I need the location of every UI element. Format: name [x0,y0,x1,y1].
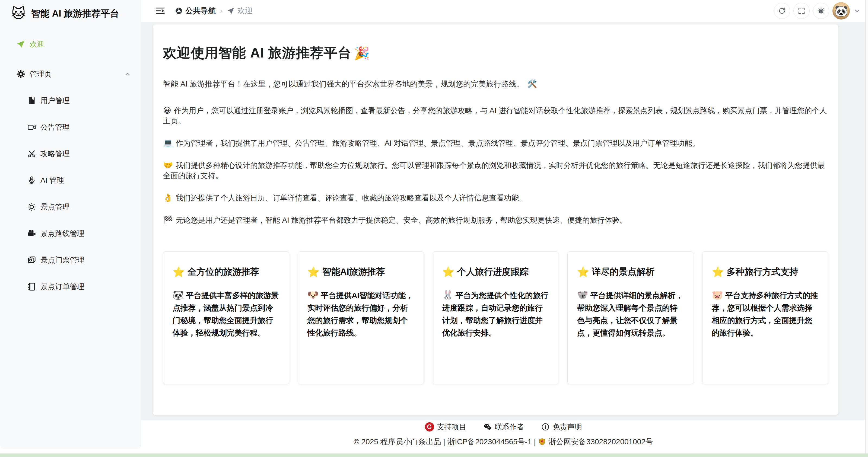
paragraph-text: 我们提供多种精心设计的旅游推荐功能，帮助您全方位规划旅行。您可以管理和跟踪每个景… [163,161,825,180]
paragraph-text: 作为用户，您可以通过注册登录账户，浏览风景轮播图，查看最新公告，分享您的旅游攻略… [163,106,827,125]
star-emoji: ⭐ [577,267,589,277]
paragraph-text: 无论您是用户还是管理者，智能 AI 旅游推荐平台都致力于提供稳定、安全、高效的旅… [176,216,627,224]
lucky-cat-logo-image: 🐱 [11,7,26,20]
video-camera-icon [27,122,37,132]
icp-record-link[interactable]: 浙公网安备33028202001002号 [548,437,653,447]
breadcrumb-separator: › [220,6,222,15]
sidebar-item-label: 欢迎 [30,39,44,49]
sidebar-item-ticket-management[interactable]: 景点门票管理 [0,247,141,273]
panda-avatar-image: 🐼 [834,5,848,18]
sidebar-item-label: 景点路线管理 [40,229,84,238]
star-emoji: ⭐ [173,267,185,277]
fullscreen-button[interactable] [794,3,810,19]
sidebar-item-welcome[interactable]: 欢迎 [0,31,141,58]
breadcrumb-label: 公共导航 [185,6,216,16]
settings-gear-icon [817,7,825,15]
chevron-up-icon [124,70,131,78]
refresh-button[interactable] [774,3,790,19]
sidebar: 🐱 智能 AI 旅游推荐平台 欢迎 [0,0,141,449]
feature-paragraph-summary: 🏁无论您是用户还是管理者，智能 AI 旅游推荐平台都致力于提供稳定、安全、高效的… [163,215,828,225]
star-emoji: ⭐ [307,267,320,277]
hammer-wrench-emoji: 🛠️ [527,79,537,88]
gitee-icon: G [425,422,434,431]
sidebar-item-route-management[interactable]: 景点路线管理 [0,220,141,247]
guide-icon [175,7,183,15]
feature-card-travel-modes: ⭐多种旅行方式支持 🐷平台支持多种旅行方式的推荐，您可以根据个人需求选择相应的旅… [702,252,828,384]
sidebar-item-guide-management[interactable]: 攻略管理 [0,140,141,167]
feature-card-text: 🐰平台为您提供个性化的旅行进度跟踪，自动记录您的旅行计划，帮助您了解旅行进度并优… [442,289,549,339]
sidebar-item-ai-management[interactable]: AI 管理 [0,167,141,194]
sidebar-collapse-icon[interactable] [155,6,165,16]
star-emoji: ⭐ [712,267,724,277]
sidebar-item-label: 用户管理 [40,96,70,105]
notebook-filled-icon [27,95,37,106]
app-logo[interactable]: 🐱 智能 AI 旅游推荐平台 [0,0,141,24]
feature-card-title: ⭐智能AI旅游推荐 [307,266,414,278]
settings-button[interactable] [813,3,829,19]
feature-card-title: ⭐全方位的旅游推荐 [173,266,279,278]
footer-link-label: 免责声明 [553,422,582,432]
feature-paragraph-admin: 💻作为管理者，我们提供了用户管理、公告管理、旅游攻略管理、AI 对话管理、景点管… [163,138,828,149]
footer-link-support-project[interactable]: G 支持项目 [425,422,466,432]
ticket-cards-icon [27,255,37,265]
grinning-face-emoji: 😀 [163,106,171,115]
sun-icon [27,202,37,212]
feature-card-text: 🐨平台提供详细的景点解析，帮助您深入理解每个景点的特色与亮点，让您不仅仅了解景点… [577,289,684,339]
sidebar-item-order-management[interactable]: 景点订单管理 [0,273,141,300]
sidebar-item-user-management[interactable]: 用户管理 [0,87,141,114]
breadcrumb-item-welcome[interactable]: 欢迎 [227,6,253,16]
feature-paragraph-personal: 👌我们还提供了个人旅游日历、订单详情查看、评论查看、收藏的旅游攻略查看以及个人详… [163,193,828,203]
sidebar-item-announcement-management[interactable]: 公告管理 [0,114,141,140]
sidebar-item-label: 景点订单管理 [40,282,84,292]
breadcrumb-item-public-nav[interactable]: 公共导航 [175,6,216,16]
copyright-line: © 2025 程序员小白条出品 | 浙ICP备2023044565号-1 | 浙… [141,437,866,447]
notebook-outline-icon [27,282,37,292]
chevron-down-icon[interactable] [853,7,861,15]
star-emoji: ⭐ [442,267,455,277]
sidebar-item-admin-group[interactable]: 管理页 [0,61,141,87]
breadcrumb: 公共导航 › 欢迎 [175,6,253,16]
dog-emoji: 🐶 [307,290,318,300]
user-avatar[interactable]: 🐼 [833,2,850,20]
sidebar-item-label: 公告管理 [40,122,70,132]
wechat-icon [483,423,492,431]
welcome-card: 欢迎使用智能 AI 旅游推荐平台🎉 智能 AI 旅游推荐平台！在这里，您可以通过… [153,24,838,415]
koala-emoji: 🐨 [577,290,588,300]
feature-card-text: 🐷平台支持多种旅行方式的推荐，您可以根据个人需求选择相应的旅行方式，全面提升您的… [712,289,818,339]
sidebar-item-scenic-spot-management[interactable]: 景点管理 [0,194,141,220]
info-icon [541,423,550,431]
feature-card-progress-tracking: ⭐个人旅行进度跟踪 🐰平台为您提供个性化的旅行进度跟踪，自动记录您的旅行计划，帮… [433,252,559,384]
sidebar-item-label: 管理页 [30,69,52,79]
chequered-flag-emoji: 🏁 [163,216,173,224]
sidebar-item-label: 景点管理 [40,202,70,212]
paragraph-text: 作为管理者，我们提供了用户管理、公告管理、旅游攻略管理、AI 对话管理、景点管理… [176,139,700,147]
footer-links: G 支持项目 联系作者 免责声明 [141,422,866,432]
feature-card-spot-analysis: ⭐详尽的景点解析 🐨平台提供详细的景点解析，帮助您深入理解每个景点的特色与亮点，… [567,252,693,384]
sidebar-menu: 欢迎 管理页 [0,31,141,300]
public-security-badge-icon [538,438,546,446]
copyright-text: © 2025 程序员小白条出品 | 浙ICP备2023044565号-1 | [353,437,536,447]
feature-card-title: ⭐个人旅行进度跟踪 [442,266,549,278]
paper-plane-icon [16,39,26,50]
feature-card-title: ⭐多种旅行方式支持 [712,266,818,278]
page-title: 欢迎使用智能 AI 旅游推荐平台🎉 [163,44,828,62]
app-title: 智能 AI 旅游推荐平台 [31,7,119,20]
feature-card-title: ⭐详尽的景点解析 [577,266,684,278]
handshake-emoji: 🤝 [163,161,173,169]
refresh-icon [778,7,786,15]
sidebar-item-label: 攻略管理 [40,149,70,159]
footer-link-disclaimer[interactable]: 免责声明 [541,422,582,432]
party-popper-emoji: 🎉 [354,46,370,60]
feature-card-text: 🐶平台提供AI智能对话功能，实时评估您的旅行偏好，分析您的旅行需求，帮助您规划个… [307,289,414,339]
feature-cards-row: ⭐全方位的旅游推荐 🐼平台提供丰富多样的旅游景点推荐，涵盖从热门景点到冷门秘境，… [163,252,828,384]
paper-plane-icon [227,7,235,15]
feature-card-comprehensive-recommend: ⭐全方位的旅游推荐 🐼平台提供丰富多样的旅游景点推荐，涵盖从热门景点到冷门秘境，… [163,252,289,384]
footer-link-contact-author[interactable]: 联系作者 [483,422,524,432]
page-footer: G 支持项目 联系作者 免责声明 © 2025 程序员小白条出品 | 浙ICP备… [141,422,866,447]
microphone-icon [27,175,37,186]
vertical-scrollbar[interactable] [865,0,868,457]
scissors-icon [27,149,37,159]
top-navbar: 公共导航 › 欢迎 [141,0,866,22]
rabbit-emoji: 🐰 [442,290,454,300]
sidebar-item-label: 景点门票管理 [40,255,84,265]
